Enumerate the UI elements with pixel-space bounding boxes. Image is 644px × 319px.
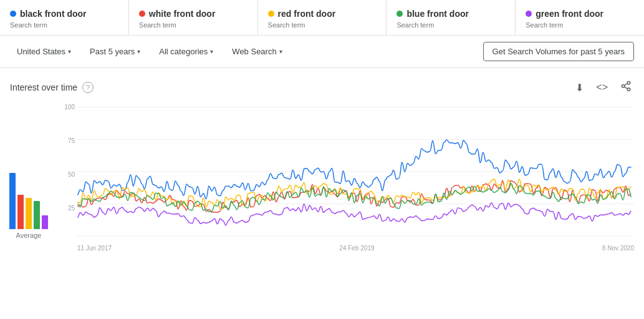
term-name-green: green front door: [526, 9, 634, 19]
search-term-white: white front door Search term: [129, 0, 258, 35]
avg-bar-1: [17, 195, 24, 229]
category-chevron: ▾: [210, 48, 213, 55]
chart-actions: ⬇ <>: [573, 78, 634, 97]
term-label-red: Search term: [268, 21, 377, 29]
svg-point-0: [627, 82, 630, 85]
term-text-black: black front door: [20, 9, 87, 19]
svg-line-3: [624, 87, 627, 89]
line-chart-wrapper: 100755025 11 Jun 201724 Feb 20198 Nov 20…: [52, 104, 634, 254]
term-dot-green: [526, 11, 532, 17]
share-button[interactable]: [618, 78, 634, 97]
term-dot-blue: [396, 11, 403, 17]
term-dot-red: [268, 11, 274, 17]
x-axis-label: 24 Feb 2019: [339, 245, 374, 252]
term-dot-black: [10, 11, 16, 17]
location-chevron: ▾: [68, 48, 71, 55]
chart-line: [77, 179, 632, 209]
y-axis-label: 25: [68, 205, 75, 212]
x-axis-label: 11 Jun 2017: [77, 245, 112, 252]
filters-bar: United States ▾ Past 5 years ▾ All categ…: [0, 36, 644, 68]
search-term-green: green front door Search term: [516, 0, 644, 35]
svg-line-4: [624, 84, 627, 86]
get-volumes-button[interactable]: Get Search Volumes for past 5 years: [483, 42, 634, 61]
category-label: All categories: [159, 47, 208, 56]
embed-button[interactable]: <>: [594, 79, 610, 96]
term-name-white: white front door: [139, 9, 248, 19]
y-axis: 100755025: [52, 104, 77, 239]
svg-point-2: [627, 88, 630, 91]
avg-bars-inner: [9, 167, 48, 229]
svg-point-1: [622, 85, 625, 88]
chart-line: [77, 203, 632, 225]
y-axis-label: 100: [64, 104, 75, 110]
term-label-white: Search term: [139, 21, 248, 29]
avg-bar-2: [26, 198, 32, 229]
get-volumes-label: Get Search Volumes for past 5 years: [493, 47, 625, 56]
avg-label: Average: [16, 232, 42, 239]
term-label-green: Search term: [526, 21, 634, 29]
search-type-filter[interactable]: Web Search ▾: [225, 43, 289, 60]
term-label-black: Search term: [10, 21, 118, 29]
search-type-chevron: ▾: [279, 48, 282, 55]
term-label-blue: Search term: [396, 21, 505, 29]
location-label: United States: [17, 47, 65, 56]
term-name-black: black front door: [10, 9, 118, 19]
y-axis-label: 75: [68, 138, 75, 144]
time-filter[interactable]: Past 5 years ▾: [83, 43, 147, 60]
term-name-blue: blue front door: [396, 9, 505, 19]
location-filter[interactable]: United States ▾: [10, 43, 78, 60]
chart-area: [77, 104, 634, 239]
avg-bar-3: [34, 201, 40, 229]
x-axis-label: 8 Nov 2020: [602, 245, 634, 252]
search-term-blue: blue front door Search term: [387, 0, 516, 35]
avg-bar-4: [42, 215, 48, 229]
time-chevron: ▾: [137, 48, 140, 55]
chart-header: Interest over time ? ⬇ <>: [10, 78, 634, 97]
chart-container: Average 100755025 11 Jun 201724 Feb 2019…: [10, 104, 634, 254]
chart-title: Interest over time: [10, 82, 77, 92]
term-text-green: green front door: [536, 9, 603, 19]
term-text-blue: blue front door: [406, 9, 469, 19]
help-icon[interactable]: ?: [82, 82, 94, 93]
chart-title-row: Interest over time ?: [10, 82, 94, 93]
chart-section: Interest over time ? ⬇ <> Average 100755…: [0, 68, 644, 254]
term-text-white: white front door: [149, 9, 216, 19]
avg-bar-0: [9, 173, 16, 229]
line-chart-svg: [77, 104, 634, 239]
search-type-label: Web Search: [232, 47, 276, 56]
avg-bars-container: Average: [10, 104, 47, 254]
download-button[interactable]: ⬇: [573, 79, 586, 96]
x-axis: 11 Jun 201724 Feb 20198 Nov 2020: [77, 242, 634, 254]
term-dot-white: [139, 11, 145, 17]
term-text-red: red front door: [278, 9, 336, 19]
search-terms-header: black front door Search term white front…: [0, 0, 644, 36]
category-filter[interactable]: All categories ▾: [152, 43, 220, 60]
search-term-black: black front door Search term: [0, 0, 129, 35]
search-term-red: red front door Search term: [258, 0, 387, 35]
y-axis-label: 50: [68, 172, 75, 178]
time-label: Past 5 years: [90, 47, 135, 56]
term-name-red: red front door: [268, 9, 377, 19]
